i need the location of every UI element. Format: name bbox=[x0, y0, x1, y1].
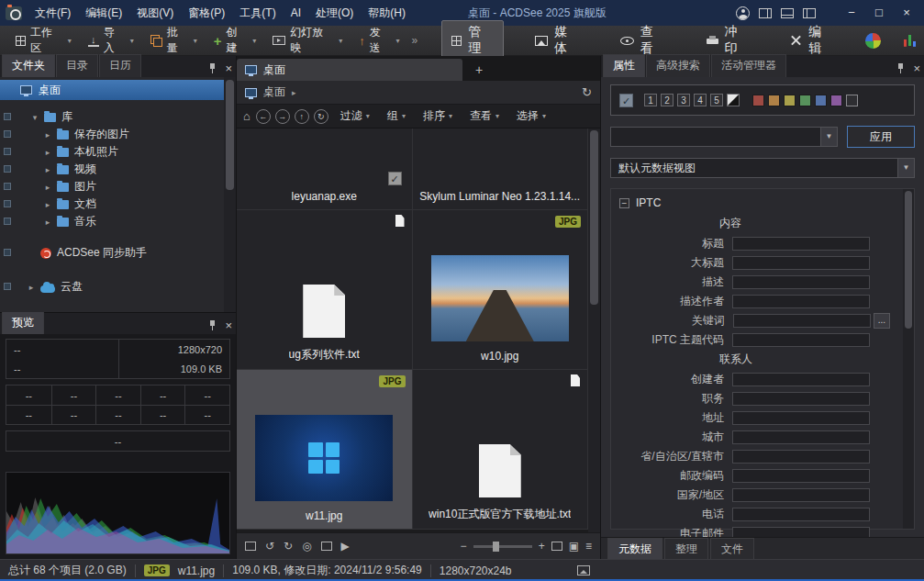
tree-item-videos[interactable]: ▸ 视频 bbox=[0, 161, 236, 178]
file-item-skylum[interactable]: Skylum Luminar Neo 1.23.1.14... bbox=[413, 128, 589, 210]
phone-field[interactable] bbox=[732, 508, 870, 521]
chevron-down-icon[interactable]: ▼ bbox=[897, 159, 914, 177]
forward-icon[interactable]: → bbox=[275, 109, 290, 124]
form-scrollbar[interactable] bbox=[903, 189, 914, 529]
description-writer-field[interactable] bbox=[732, 295, 870, 308]
menu-pane[interactable]: 窗格(P) bbox=[181, 0, 232, 26]
layout-panes-icon[interactable] bbox=[759, 8, 772, 18]
home-icon[interactable]: ⌂ bbox=[243, 109, 250, 123]
clear-rating-swatch[interactable] bbox=[727, 94, 740, 106]
group-button[interactable]: 组 ▾ bbox=[380, 108, 413, 124]
mode-media[interactable]: 媒体 bbox=[526, 21, 589, 60]
pin-icon[interactable] bbox=[896, 63, 905, 73]
tree-item-desktop-selected[interactable]: 桌面 bbox=[0, 80, 224, 100]
new-tab-button[interactable]: + bbox=[462, 59, 495, 81]
zoom-out-icon[interactable]: − bbox=[461, 540, 467, 553]
expand-icon[interactable]: ▸ bbox=[44, 165, 51, 174]
view-button[interactable]: 查看 ▾ bbox=[462, 108, 507, 124]
scrollbar-thumb[interactable] bbox=[226, 80, 234, 190]
rotate-cw-icon[interactable]: ↻ bbox=[284, 540, 293, 553]
fit-image-icon[interactable] bbox=[551, 542, 562, 551]
description-field[interactable] bbox=[732, 275, 870, 289]
job-title-field[interactable] bbox=[732, 392, 870, 406]
tab-folders[interactable]: 文件夹 bbox=[2, 54, 55, 77]
account-icon[interactable] bbox=[736, 6, 750, 20]
sort-button[interactable]: 排序 ▾ bbox=[416, 108, 460, 124]
workspace-button[interactable]: 工作区 ▾ bbox=[7, 28, 80, 53]
metadata-view-combobox[interactable]: 默认元数据视图 ▼ bbox=[610, 158, 915, 178]
easy-select-mark[interactable] bbox=[4, 249, 11, 256]
email-field[interactable] bbox=[732, 527, 870, 537]
rating-2[interactable]: 2 bbox=[661, 94, 674, 106]
rotate-ccw-icon[interactable]: ↺ bbox=[265, 540, 274, 553]
import-button[interactable]: ↓ 导入 ▾ bbox=[80, 28, 142, 53]
rating-4[interactable]: 4 bbox=[694, 94, 707, 106]
zoom-slider-thumb[interactable] bbox=[493, 542, 499, 552]
scrollbar-thumb[interactable] bbox=[905, 191, 912, 329]
refresh-small-icon[interactable]: ↻ bbox=[314, 109, 328, 124]
actual-size-icon[interactable]: ▣ bbox=[569, 540, 579, 553]
menu-ai[interactable]: AI bbox=[284, 0, 308, 26]
expand-icon[interactable]: ▸ bbox=[44, 130, 51, 140]
close-panel-icon[interactable]: × bbox=[225, 320, 232, 330]
tab-metadata[interactable]: 元数据 bbox=[607, 538, 662, 560]
layout-left-icon[interactable] bbox=[803, 8, 816, 18]
expand-icon[interactable]: ▸ bbox=[44, 148, 51, 157]
tree-item-music[interactable]: ▸ 音乐 bbox=[0, 213, 236, 230]
layout-bottom-icon[interactable] bbox=[781, 8, 794, 18]
tree-item-sync-assistant[interactable]: ACDSee 同步助手 bbox=[0, 244, 236, 262]
menu-view[interactable]: 视图(V) bbox=[129, 0, 181, 26]
select-checkbox[interactable]: ✓ bbox=[388, 172, 402, 185]
tab-calendar[interactable]: 日历 bbox=[99, 54, 141, 77]
tab-desktop[interactable]: 桌面 bbox=[237, 59, 462, 81]
color-label-swatch[interactable] bbox=[752, 95, 764, 106]
file-item-leyuanap[interactable]: ✓ leyuanap.exe bbox=[237, 128, 413, 210]
zoom-slider[interactable] bbox=[473, 545, 532, 548]
rating-3[interactable]: 3 bbox=[677, 94, 690, 106]
slideshow-button[interactable]: 幻灯放映 ▾ bbox=[264, 28, 351, 53]
tab-preview[interactable]: 预览 bbox=[2, 311, 44, 334]
external-view-icon[interactable] bbox=[321, 542, 332, 551]
country-field[interactable] bbox=[732, 488, 870, 502]
scrollbar-thumb[interactable] bbox=[590, 130, 598, 305]
keywords-field[interactable] bbox=[733, 314, 871, 328]
color-label-swatch[interactable] bbox=[768, 95, 780, 106]
close-panel-icon[interactable]: × bbox=[225, 63, 232, 73]
title-field[interactable] bbox=[732, 237, 870, 251]
color-label-swatch[interactable] bbox=[799, 95, 811, 106]
menu-tools[interactable]: 工具(T) bbox=[232, 0, 283, 26]
easy-select-mark[interactable] bbox=[4, 165, 11, 173]
expand-icon[interactable]: ▸ bbox=[44, 200, 51, 209]
easy-select-mark[interactable] bbox=[4, 283, 11, 290]
create-button[interactable]: + 创建 ▾ bbox=[206, 28, 265, 53]
clear-color-label-swatch[interactable] bbox=[846, 95, 858, 106]
tagged-checkbox[interactable]: ✓ bbox=[619, 94, 633, 107]
view-list-icon[interactable]: ≡ bbox=[585, 540, 592, 553]
tree-item-documents[interactable]: ▸ 文档 bbox=[0, 196, 236, 213]
menu-process[interactable]: 处理(O) bbox=[308, 0, 361, 26]
collapse-icon[interactable]: − bbox=[619, 198, 629, 208]
easy-select-mark[interactable] bbox=[4, 183, 11, 190]
tab-properties[interactable]: 属性 bbox=[603, 54, 645, 77]
menu-edit[interactable]: 编辑(E) bbox=[78, 0, 129, 26]
folders-scrollbar[interactable] bbox=[224, 77, 236, 312]
filmstrip-icon[interactable] bbox=[245, 542, 256, 551]
tree-item-cloud[interactable]: ▸ 云盘 bbox=[0, 278, 236, 296]
histogram-icon[interactable] bbox=[903, 35, 917, 47]
send-button[interactable]: ↑ 发送 ▾ bbox=[351, 28, 407, 53]
file-item-win10-txt[interactable]: win10正式版官方下载地址.txt bbox=[413, 370, 589, 530]
apply-button[interactable]: 应用 bbox=[847, 126, 915, 148]
expand-icon[interactable]: ▾ bbox=[31, 113, 39, 122]
chevron-down-icon[interactable]: ▼ bbox=[820, 128, 837, 146]
tree-item-saved-pictures[interactable]: ▸ 保存的图片 bbox=[0, 126, 236, 143]
refresh-icon[interactable]: ↻ bbox=[582, 85, 592, 99]
toolbar-overflow-icon[interactable]: » bbox=[408, 34, 422, 47]
pin-icon[interactable] bbox=[208, 63, 217, 73]
color-label-swatch[interactable] bbox=[815, 95, 827, 106]
pin-icon[interactable] bbox=[208, 320, 217, 330]
file-item-w10[interactable]: JPG w10.jpg bbox=[413, 210, 589, 370]
rating-1[interactable]: 1 bbox=[644, 94, 657, 106]
file-item-w11-selected[interactable]: JPG w11.jpg bbox=[237, 370, 413, 530]
postal-code-field[interactable] bbox=[732, 469, 870, 483]
select-button[interactable]: 选择 ▾ bbox=[509, 108, 553, 124]
